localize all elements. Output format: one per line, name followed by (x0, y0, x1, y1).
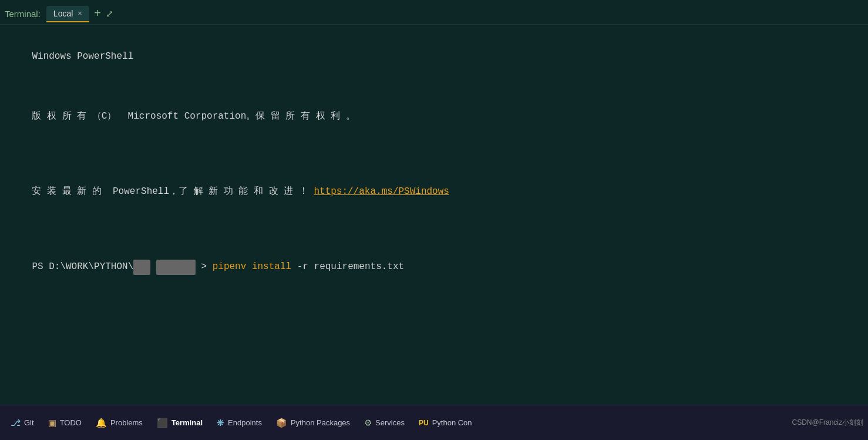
statusbar-item-terminal[interactable]: ⬛ Terminal (151, 415, 208, 431)
pythonconsole-label: Python Con (432, 418, 472, 427)
new-tab-button[interactable]: + (94, 8, 101, 20)
command-line: PS D:\WORK\PYTHON\███ ███████ > pipenv i… (9, 244, 859, 290)
prompt-redact-1: ███ (133, 260, 150, 275)
statusbar-item-endpoints[interactable]: ❋ Endpoints (211, 415, 268, 431)
empty-line-3 (9, 154, 859, 170)
services-label: Services (375, 418, 405, 427)
prompt-redact-2: ███████ (156, 260, 196, 275)
packages-icon: 📦 (276, 418, 287, 428)
packages-label: Python Packages (291, 418, 350, 427)
powershell-upgrade-link[interactable]: https://aka.ms/PSWindows (314, 186, 449, 197)
empty-line-1 (9, 79, 859, 95)
endpoints-label: Endpoints (228, 418, 262, 427)
status-bar: ⎇ Git ▣ TODO 🔔 Problems ⬛ Terminal ❋ End… (0, 405, 868, 440)
statusbar-item-services[interactable]: ⚙ Services (358, 415, 411, 431)
endpoints-icon: ❋ (217, 418, 224, 428)
empty-line-5 (9, 230, 859, 245)
prompt-arrow: > (196, 261, 213, 272)
empty-line-2 (9, 139, 859, 154)
git-icon: ⎇ (11, 418, 21, 428)
statusbar-item-git[interactable]: ⎇ Git (5, 415, 40, 431)
todo-icon: ▣ (48, 418, 56, 428)
local-tab-label: Local (53, 9, 73, 18)
command-text: pipenv install (213, 261, 291, 272)
csdn-watermark: CSDN@Franciz小刻刻 (792, 418, 863, 428)
todo-label: TODO (60, 418, 82, 427)
problems-label: Problems (110, 418, 143, 427)
upgrade-line: 安 装 最 新 的 PowerShell，了 解 新 功 能 和 改 进 ！ h… (9, 169, 859, 214)
terminal-content: Windows PowerShell 版 权 所 有 （C） Microsoft… (0, 25, 868, 405)
statusbar-item-problems[interactable]: 🔔 Problems (90, 415, 149, 431)
git-label: Git (24, 418, 34, 427)
statusbar-item-python-console[interactable]: PU Python Con (413, 416, 478, 429)
pythonconsole-icon: PU (419, 419, 429, 427)
terminal-icon: ⬛ (157, 418, 168, 428)
statusbar-item-todo[interactable]: ▣ TODO (42, 415, 88, 431)
local-tab[interactable]: Local × (46, 6, 89, 22)
copyright-line: 版 权 所 有 （C） Microsoft Corporation。保 留 所 … (9, 94, 859, 139)
prompt-space (150, 261, 156, 272)
command-arg: requirements.txt (308, 261, 404, 272)
empty-line-4 (9, 214, 859, 230)
tab-close-icon[interactable]: × (78, 9, 82, 18)
terminal-label: Terminal: (5, 9, 41, 19)
prompt-path: PS D:\WORK\PYTHON\ (32, 261, 133, 272)
powershell-title-line: Windows PowerShell (9, 34, 859, 79)
expand-terminal-button[interactable]: ⤢ (106, 8, 113, 20)
statusbar-item-python-packages[interactable]: 📦 Python Packages (270, 415, 356, 431)
terminal-tab-bar: Terminal: Local × + ⤢ (0, 0, 868, 25)
problems-icon: 🔔 (96, 418, 107, 428)
command-flag: -r (291, 261, 308, 272)
services-icon: ⚙ (364, 418, 372, 428)
terminal-label: Terminal (171, 418, 203, 427)
